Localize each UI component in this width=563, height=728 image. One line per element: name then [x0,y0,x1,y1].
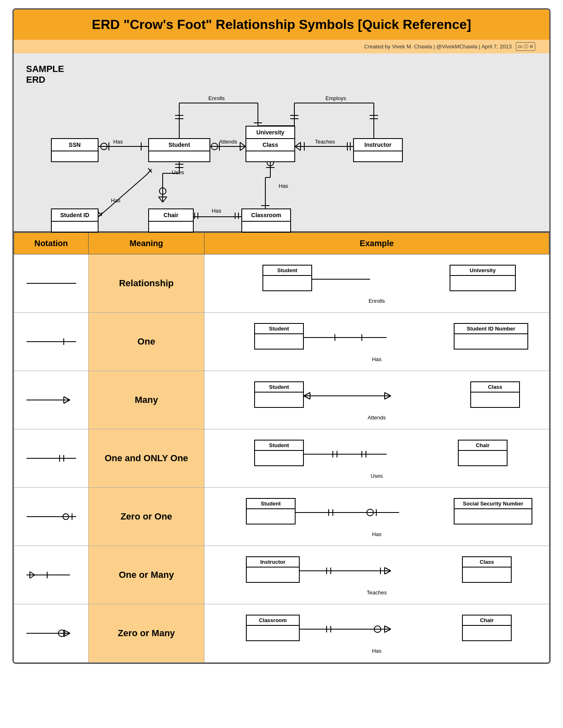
mini-entity-instructor-onemany: Instructor [246,556,300,583]
entity-chair-name: Chair [149,209,193,222]
svg-line-23 [240,146,245,151]
mini-erd-relationship: Student University Enrolls [213,261,541,306]
notation-one-many-svg [22,569,80,581]
svg-text:Teaches: Teaches [315,139,335,145]
svg-text:Enrolls: Enrolls [208,95,225,101]
notation-one [14,313,89,371]
svg-text:Uses: Uses [172,169,184,175]
notation-one-many [14,546,89,604]
title-bar: ERD "Crow's Foot" Relationship Symbols [… [14,10,549,40]
entity-student: Student [148,138,210,162]
mini-label-attends: Attends [213,414,541,421]
row-one: One Student Student ID Number Has [14,313,549,371]
svg-text:Employs: Employs [325,95,346,101]
svg-line-79 [304,393,310,396]
mini-entity-chair-oneonly: Chair [458,440,508,466]
mini-label-enrolls: Enrolls [213,298,541,304]
mini-entity-student-many: Student [254,381,304,408]
svg-line-103 [30,572,35,575]
svg-point-121 [374,626,381,632]
entity-student-name: Student [149,139,209,151]
svg-text:Has: Has [111,197,121,204]
entity-chair: Chair [148,208,194,232]
notation-one-only-svg [22,452,80,465]
svg-line-123 [385,629,391,632]
erd-canvas: Has Enrolls [26,62,537,219]
svg-line-110 [385,571,391,574]
notation-many-svg [22,394,80,406]
svg-line-41 [159,197,163,202]
svg-line-75 [64,397,70,400]
cc-icons: cc ⓘ ⊜ [516,42,535,51]
mini-label-uses: Uses [213,473,541,479]
entity-classroom-name: Classroom [242,209,290,222]
svg-line-62 [148,169,152,173]
mini-entity-class-many: Class [470,381,520,408]
notation-zero-many [14,604,89,663]
mini-erd-one: Student Student ID Number Has [213,319,541,364]
mini-entity-class-onemany: Class [462,556,512,583]
svg-point-2 [101,143,107,150]
mini-entity-student-one: Student [254,323,304,350]
header-example: Example [205,233,549,254]
meaning-many: Many [89,371,205,429]
entity-ssn-name: SSN [52,139,98,151]
meaning-one: One [89,313,205,371]
svg-point-99 [367,509,373,516]
meaning-zero-one: Zero or One [89,488,205,546]
main-container: ERD "Crow's Foot" Relationship Symbols [… [12,8,551,664]
svg-text:Has: Has [279,183,289,189]
entity-university-name: University [246,127,294,139]
mini-erd-many: Student Class Attends [213,377,541,423]
svg-line-109 [385,568,391,571]
mini-label-teaches: Teaches [213,589,541,596]
svg-line-31 [295,142,301,146]
header-notation: Notation [14,233,89,254]
erd-section: SAMPLEERD Has [14,53,549,232]
notation-zero-many-svg [22,627,80,639]
svg-line-42 [163,197,167,202]
mini-label-has-zeromany: Has [213,648,541,654]
mini-entity-university-rel: University [450,265,516,291]
meaning-zero-one-text: Zero or One [120,511,172,522]
example-one: Student Student ID Number Has [205,313,549,371]
mini-entity-student-oneonly: Student [254,440,304,466]
row-one-only: One and ONLY One Student Chair Uses [14,429,549,488]
meaning-one-text: One [137,336,155,347]
svg-line-22 [240,142,245,146]
meaning-one-only: One and ONLY One [89,429,205,488]
svg-line-60 [99,173,148,217]
row-one-many: One or Many Instructor Class Teaches [14,546,549,604]
meaning-zero-many: Zero or Many [89,604,205,663]
mini-erd-one-only: Student Chair Uses [213,436,541,481]
notation-one-only [14,429,89,488]
svg-text:Attends: Attends [219,139,238,145]
entity-classroom: Classroom [241,208,291,232]
page-title: ERD "Crow's Foot" Relationship Symbols [… [24,17,539,32]
mini-entity-studentid-one: Student ID Number [454,323,528,350]
entity-ssn: SSN [51,138,99,162]
mini-erd-zero-many: Classroom Chair Has [213,611,541,656]
svg-line-83 [385,396,391,399]
svg-point-44 [159,188,166,194]
mini-entity-classroom-zeromany: Classroom [246,615,300,641]
subtitle-bar: Created by Vivek M. Chawla | @VivekMChaw… [14,40,549,53]
mini-label-has-one: Has [213,356,541,362]
meaning-one-many: One or Many [89,546,205,604]
mini-entity-chair-zeromany: Chair [462,615,512,641]
row-relationship: Relationship Student University Enrolls [14,254,549,313]
svg-line-104 [30,575,35,578]
meaning-zero-many-text: Zero or Many [118,628,175,638]
subtitle-text: Created by Vivek M. Chawla | @VivekMChaw… [364,43,512,50]
notation-relationship [14,254,89,313]
svg-text:Has: Has [212,208,221,214]
example-zero-one: Student Social Security Number Has [205,488,549,546]
notation-zero-one [14,488,89,546]
meaning-relationship: Relationship [89,254,205,313]
row-zero-one: Zero or One Student Social Security Numb… [14,488,549,546]
svg-line-64 [99,213,102,217]
header-meaning: Meaning [89,233,205,254]
row-many: Many Student Class Attends [14,371,549,429]
row-zero-many: Zero or Many Classroom Chair Has [14,604,549,663]
svg-line-63 [98,212,102,216]
